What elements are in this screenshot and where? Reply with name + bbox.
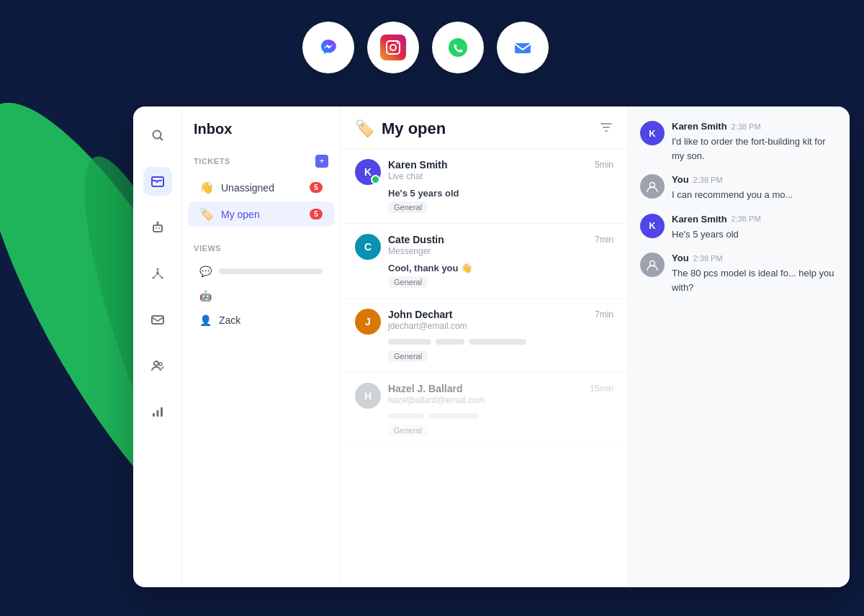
chat-name-2: You bbox=[672, 174, 689, 185]
chat-text-4: The 80 pcs model is ideal fo... help you… bbox=[672, 266, 838, 294]
svg-point-6 bbox=[449, 38, 467, 57]
nav-item-unassigned[interactable]: 👋 Unassigned 5 bbox=[188, 175, 334, 200]
conv-channel-john: jdechart@email.com bbox=[388, 321, 613, 331]
chat-content-4: You 2:38 PM The 80 pcs model is ideal fo… bbox=[672, 253, 838, 294]
conv-tag-karen: General bbox=[388, 201, 428, 213]
sidebar-icon-search[interactable] bbox=[143, 121, 172, 150]
conv-info-karen: Karen Smith 5min Live chat bbox=[388, 159, 613, 181]
conv-preview-cate: Cool, thank you 👋 bbox=[388, 263, 613, 273]
conv-bars-john bbox=[388, 339, 613, 345]
sidebar-icon-bot[interactable] bbox=[143, 213, 172, 242]
conv-tag-area-hazel: General bbox=[388, 422, 613, 436]
chat-time-4: 2:38 PM bbox=[693, 254, 723, 263]
chat-meta-1: Karen Smith 2:38 PM bbox=[672, 121, 838, 132]
sidebar-icon-network[interactable] bbox=[143, 259, 172, 288]
conversation-list: K Karen Smith 5min Live chat He's 5 year… bbox=[341, 149, 628, 587]
conv-bars-hazel bbox=[388, 413, 613, 419]
svg-point-0 bbox=[315, 35, 341, 60]
chat-avatar-you-2 bbox=[640, 174, 665, 199]
conv-time-cate: 7min bbox=[595, 235, 613, 245]
messenger-icon[interactable] bbox=[302, 22, 354, 73]
conv-tag-cate: General bbox=[388, 276, 428, 288]
chat-content-3: Karen Smith 2:38 PM He's 5 years old bbox=[672, 214, 761, 242]
svg-point-13 bbox=[158, 227, 160, 229]
chat-msg-2: You 2:38 PM I can recommend you a mo... bbox=[640, 174, 838, 202]
views-icon-1: 💬 bbox=[199, 266, 212, 277]
svg-rect-23 bbox=[156, 410, 158, 417]
tickets-add-button[interactable]: + bbox=[315, 155, 328, 168]
conv-channel-cate: Messenger bbox=[388, 246, 613, 256]
conv-item-hazel[interactable]: H Hazel J. Ballard 15min hazeljballard@e… bbox=[341, 373, 628, 447]
svg-rect-19 bbox=[152, 316, 163, 324]
avatar-hazel: H bbox=[355, 383, 381, 409]
chat-name-4: You bbox=[672, 253, 689, 263]
conv-tag-hazel: General bbox=[388, 425, 428, 436]
myopen-panel: 🏷️ My open K Karen Smith 5min bbox=[341, 107, 629, 587]
zack-icon: 👤 bbox=[199, 314, 212, 326]
svg-rect-11 bbox=[153, 225, 162, 232]
nav-item-myopen[interactable]: 🏷️ My open 5 bbox=[188, 201, 334, 227]
myopen-badge: 5 bbox=[310, 209, 323, 219]
conv-name-hazel: Hazel J. Ballard bbox=[388, 383, 463, 394]
chat-content-1: Karen Smith 2:38 PM I'd like to order th… bbox=[672, 121, 838, 163]
chat-name-3: Karen Smith bbox=[672, 214, 727, 225]
svg-point-12 bbox=[156, 227, 157, 229]
conv-tag-area-karen: General bbox=[388, 199, 613, 213]
conv-time-john: 7min bbox=[595, 309, 613, 320]
chat-panel: K Karen Smith 2:38 PM I'd like to order … bbox=[629, 107, 850, 587]
instagram-icon[interactable] bbox=[367, 22, 419, 73]
unassigned-label: Unassigned bbox=[221, 182, 302, 194]
chat-meta-3: Karen Smith 2:38 PM bbox=[672, 214, 761, 225]
conv-name-row-hazel: Hazel J. Ballard 15min bbox=[388, 383, 613, 394]
email-icon[interactable] bbox=[497, 22, 549, 73]
sidebar-icon-mail[interactable] bbox=[143, 305, 172, 334]
chat-msg-3: K Karen Smith 2:38 PM He's 5 years old bbox=[640, 214, 838, 242]
views-item-zack[interactable]: 👤 Zack bbox=[188, 309, 334, 332]
views-bar-1 bbox=[219, 268, 323, 274]
whatsapp-icon[interactable] bbox=[432, 22, 484, 73]
svg-rect-22 bbox=[153, 413, 155, 417]
chat-text-2: I can recommend you a mo... bbox=[672, 188, 793, 202]
conv-info-cate: Cate Dustin 7min Messenger bbox=[388, 234, 613, 256]
svg-point-17 bbox=[152, 277, 154, 279]
svg-rect-8 bbox=[515, 43, 531, 53]
conv-name-john: John Dechart bbox=[388, 309, 452, 320]
filter-button[interactable] bbox=[599, 120, 613, 138]
svg-rect-1 bbox=[380, 35, 406, 60]
chat-meta-4: You 2:38 PM bbox=[672, 253, 838, 263]
conv-name-row-cate: Cate Dustin 7min bbox=[388, 234, 613, 245]
sidebar-icon-inbox[interactable] bbox=[143, 167, 172, 196]
chat-msg-4: You 2:38 PM The 80 pcs model is ideal fo… bbox=[640, 253, 838, 294]
myopen-nav-icon: 🏷️ bbox=[199, 207, 214, 221]
avatar-cate: C bbox=[355, 234, 381, 260]
conv-header-karen: K Karen Smith 5min Live chat bbox=[355, 159, 613, 185]
conv-info-john: John Dechart 7min jdechart@email.com bbox=[388, 309, 613, 331]
conv-tag-area-cate: General bbox=[388, 273, 613, 288]
views-item-1[interactable]: 💬 bbox=[188, 260, 334, 283]
conv-time-karen: 5min bbox=[595, 160, 613, 170]
svg-rect-24 bbox=[161, 407, 163, 417]
tickets-section-header: TICKETS + bbox=[182, 149, 340, 173]
chat-content-2: You 2:38 PM I can recommend you a mo... bbox=[672, 174, 793, 202]
svg-point-4 bbox=[397, 42, 398, 44]
conv-channel-karen: Live chat bbox=[388, 171, 613, 181]
views-icon-2: 🤖 bbox=[199, 290, 212, 302]
views-section-header: VIEWS bbox=[182, 238, 340, 258]
chat-text-3: He's 5 years old bbox=[672, 227, 761, 242]
conv-header-john: J John Dechart 7min jdechart@email.com bbox=[355, 309, 613, 335]
svg-point-20 bbox=[154, 361, 158, 366]
svg-point-16 bbox=[156, 268, 158, 271]
inbox-panel: Inbox TICKETS + 👋 Unassigned 5 🏷️ My ope… bbox=[182, 107, 341, 587]
sidebar-icon-reports[interactable] bbox=[143, 397, 172, 426]
chat-text-1: I'd like to order the fort-building kit … bbox=[672, 135, 838, 163]
sidebar-icon-contacts[interactable] bbox=[143, 351, 172, 380]
conv-item-cate[interactable]: C Cate Dustin 7min Messenger Cool, thank… bbox=[341, 224, 628, 299]
conv-tag-john: General bbox=[388, 350, 428, 362]
chat-msg-1: K Karen Smith 2:38 PM I'd like to order … bbox=[640, 121, 838, 163]
conv-item-john[interactable]: J John Dechart 7min jdechart@email.com bbox=[341, 299, 628, 373]
views-item-2[interactable]: 🤖 bbox=[188, 284, 334, 307]
conv-item-karen[interactable]: K Karen Smith 5min Live chat He's 5 year… bbox=[341, 149, 628, 224]
chat-meta-2: You 2:38 PM bbox=[672, 174, 793, 185]
conv-time-hazel: 15min bbox=[590, 384, 613, 394]
chat-time-3: 2:38 PM bbox=[732, 214, 761, 223]
